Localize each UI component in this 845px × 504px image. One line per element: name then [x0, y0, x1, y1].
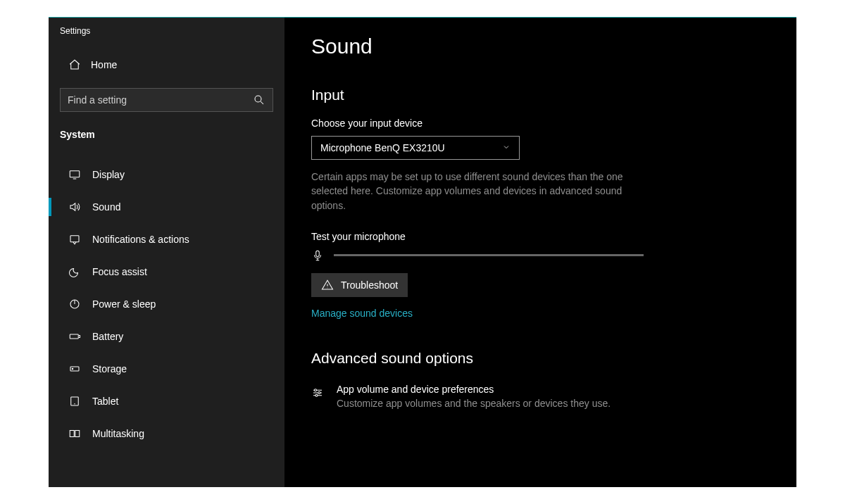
power-icon [68, 298, 81, 310]
troubleshoot-button[interactable]: Troubleshoot [311, 273, 408, 297]
test-mic-label: Test your microphone [311, 231, 768, 242]
sliders-icon [311, 386, 324, 399]
home-label: Home [91, 59, 117, 70]
home-icon [68, 58, 81, 71]
sidebar-item-label: Sound [92, 201, 120, 213]
page-title: Sound [311, 34, 768, 58]
advanced-heading: Advanced sound options [311, 350, 768, 367]
input-heading: Input [311, 87, 768, 103]
multitasking-icon [68, 427, 81, 440]
sidebar-item-label: Storage [92, 363, 127, 374]
app-volume-sub: Customize app volumes and the speakers o… [337, 398, 611, 409]
choose-input-label: Choose your input device [311, 118, 768, 129]
search-container [60, 88, 273, 112]
svg-point-13 [315, 394, 318, 396]
input-device-dropdown[interactable]: Microphone BenQ EX3210U [311, 136, 520, 160]
microphone-icon [311, 249, 324, 262]
svg-rect-2 [70, 236, 79, 242]
app-volume-title: App volume and device preferences [337, 384, 611, 395]
app-volume-texts: App volume and device preferences Custom… [337, 384, 611, 409]
manage-sound-devices-link[interactable]: Manage sound devices [311, 308, 413, 319]
sidebar: Settings Home System Display [49, 18, 284, 487]
nav-list: Display Sound Notifications & actions Fo… [49, 158, 284, 450]
chevron-down-icon [502, 142, 511, 153]
search-icon [253, 94, 265, 106]
svg-rect-10 [316, 251, 320, 256]
svg-point-6 [72, 368, 73, 370]
sidebar-item-label: Tablet [92, 396, 118, 407]
settings-window: Settings Home System Display [49, 17, 796, 487]
sidebar-item-label: Focus assist [92, 266, 147, 277]
input-device-selected: Microphone BenQ EX3210U [320, 142, 445, 153]
sidebar-item-notifications[interactable]: Notifications & actions [49, 223, 284, 256]
sidebar-item-label: Battery [92, 331, 123, 342]
home-nav[interactable]: Home [49, 51, 284, 78]
display-icon [68, 168, 81, 181]
warning-icon [321, 279, 334, 291]
mic-test-row [311, 249, 768, 262]
troubleshoot-label: Troubleshoot [341, 279, 398, 291]
sidebar-item-label: Multitasking [92, 428, 144, 439]
svg-rect-4 [70, 334, 78, 339]
svg-point-0 [255, 96, 261, 102]
sidebar-item-label: Notifications & actions [92, 234, 189, 245]
battery-icon [68, 330, 81, 343]
sidebar-item-power[interactable]: Power & sleep [49, 288, 284, 320]
sidebar-item-display[interactable]: Display [49, 158, 284, 191]
main-content: Sound Input Choose your input device Mic… [284, 18, 796, 487]
notifications-icon [68, 233, 81, 246]
app-volume-preferences[interactable]: App volume and device preferences Custom… [311, 381, 768, 412]
svg-rect-1 [70, 171, 80, 177]
category-heading: System [49, 119, 284, 150]
search-input[interactable] [60, 88, 273, 112]
sidebar-item-tablet[interactable]: Tablet [49, 385, 284, 417]
search-field[interactable] [68, 94, 253, 106]
sidebar-item-label: Display [92, 169, 125, 180]
tablet-icon [68, 395, 81, 408]
focus-icon [68, 265, 81, 278]
sound-icon [68, 201, 81, 213]
sidebar-item-storage[interactable]: Storage [49, 353, 284, 385]
sidebar-item-battery[interactable]: Battery [49, 320, 284, 353]
sidebar-item-focus[interactable]: Focus assist [49, 256, 284, 288]
svg-rect-9 [75, 431, 80, 437]
storage-icon [68, 363, 81, 375]
svg-point-12 [318, 391, 320, 393]
mic-level-bar [334, 254, 644, 256]
input-hint: Certain apps may be set up to use differ… [311, 170, 649, 213]
sidebar-item-sound[interactable]: Sound [49, 191, 284, 223]
svg-rect-8 [70, 431, 74, 437]
sidebar-item-multitasking[interactable]: Multitasking [49, 417, 284, 450]
window-title: Settings [49, 18, 284, 51]
sidebar-item-label: Power & sleep [92, 298, 156, 310]
svg-point-11 [315, 389, 317, 391]
